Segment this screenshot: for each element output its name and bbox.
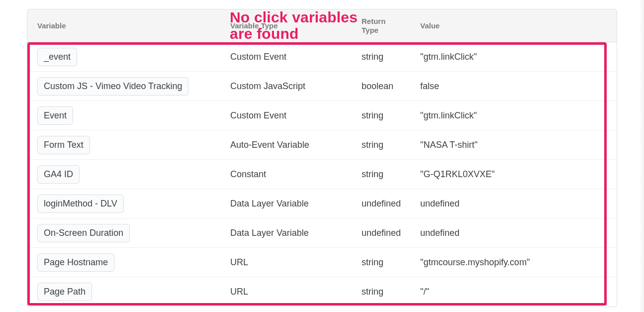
table-row[interactable]: On-Screen DurationData Layer Variableund… — [27, 218, 617, 248]
cell-variable-type: Auto-Event Variable — [230, 140, 362, 150]
table-row[interactable]: Custom JS - Vimeo Video TrackingCustom J… — [27, 72, 617, 101]
cell-return-type: string — [362, 140, 420, 150]
cell-variable-type: Custom Event — [230, 110, 362, 121]
cell-value: false — [420, 81, 617, 92]
variable-chip[interactable]: Custom JS - Vimeo Video Tracking — [37, 77, 188, 96]
variable-chip[interactable]: Page Path — [37, 283, 92, 301]
cell-value: "gtm.linkClick" — [420, 52, 617, 62]
variable-chip[interactable]: GA4 ID — [37, 165, 80, 184]
cell-value: undefined — [420, 199, 617, 209]
cell-variable-type: Custom Event — [230, 52, 362, 62]
cell-variable-type: Constant — [230, 169, 362, 180]
cell-value: "NASA T-shirt" — [420, 140, 617, 150]
cell-variable: Event — [37, 106, 230, 125]
variable-chip[interactable]: _event — [37, 48, 77, 66]
cell-value: "G-Q1RKL0XVXE" — [420, 169, 617, 180]
variable-chip[interactable]: loginMethod - DLV — [37, 195, 124, 213]
variable-chip[interactable]: Form Text — [37, 136, 90, 154]
col-header-return-line2: Type — [362, 26, 378, 34]
table-row[interactable]: GA4 IDConstantstring"G-Q1RKL0XVXE" — [27, 160, 617, 189]
cell-return-type: boolean — [362, 81, 420, 92]
cell-return-type: string — [362, 287, 420, 297]
variable-chip[interactable]: On-Screen Duration — [37, 224, 130, 242]
table-row[interactable]: _eventCustom Eventstring"gtm.linkClick" — [27, 42, 617, 72]
table-row[interactable]: Form TextAuto-Event Variablestring"NASA … — [27, 130, 617, 160]
cell-variable-type: Data Layer Variable — [230, 199, 362, 209]
cell-variable-type: URL — [230, 287, 362, 297]
cell-variable: Form Text — [37, 136, 230, 154]
cell-variable-type: Custom JavaScript — [230, 81, 362, 92]
col-header-return-type[interactable]: Return Type — [362, 17, 420, 35]
cell-variable: loginMethod - DLV — [37, 195, 230, 213]
cell-variable: Page Hostname — [37, 253, 230, 272]
cell-variable: On-Screen Duration — [37, 224, 230, 242]
table-row[interactable]: loginMethod - DLVData Layer Variableunde… — [27, 189, 617, 218]
cell-return-type: string — [362, 169, 420, 180]
table-body: _eventCustom Eventstring"gtm.linkClick"C… — [27, 42, 617, 307]
table-row[interactable]: EventCustom Eventstring"gtm.linkClick" — [27, 101, 617, 130]
variable-chip[interactable]: Event — [37, 106, 73, 125]
cell-variable: Custom JS - Vimeo Video Tracking — [37, 77, 230, 96]
variables-table: Variable Variable Type Return Type Value… — [27, 9, 617, 307]
cell-return-type: undefined — [362, 228, 420, 238]
table-row[interactable]: Page PathURLstring"/" — [27, 277, 617, 307]
col-header-variable[interactable]: Variable — [37, 21, 230, 30]
cell-return-type: string — [362, 52, 420, 62]
cell-variable: Page Path — [37, 283, 230, 301]
cell-value: "gtmcourse.myshopify.com" — [420, 257, 617, 268]
col-header-value[interactable]: Value — [420, 21, 617, 30]
right-edge-shadow — [639, 0, 644, 312]
cell-value: undefined — [420, 228, 617, 238]
cell-variable: _event — [37, 48, 230, 66]
cell-return-type: string — [362, 257, 420, 268]
table-header-row: Variable Variable Type Return Type Value — [27, 9, 617, 42]
cell-return-type: string — [362, 110, 420, 121]
table-row[interactable]: Page HostnameURLstring"gtmcourse.myshopi… — [27, 248, 617, 277]
cell-value: "gtm.linkClick" — [420, 110, 617, 121]
cell-variable-type: Data Layer Variable — [230, 228, 362, 238]
cell-return-type: undefined — [362, 199, 420, 209]
cell-variable-type: URL — [230, 257, 362, 268]
cell-value: "/" — [420, 287, 617, 297]
col-header-return-line1: Return — [362, 17, 385, 25]
col-header-variable-type[interactable]: Variable Type — [230, 21, 362, 30]
variable-chip[interactable]: Page Hostname — [37, 253, 114, 272]
cell-variable: GA4 ID — [37, 165, 230, 184]
